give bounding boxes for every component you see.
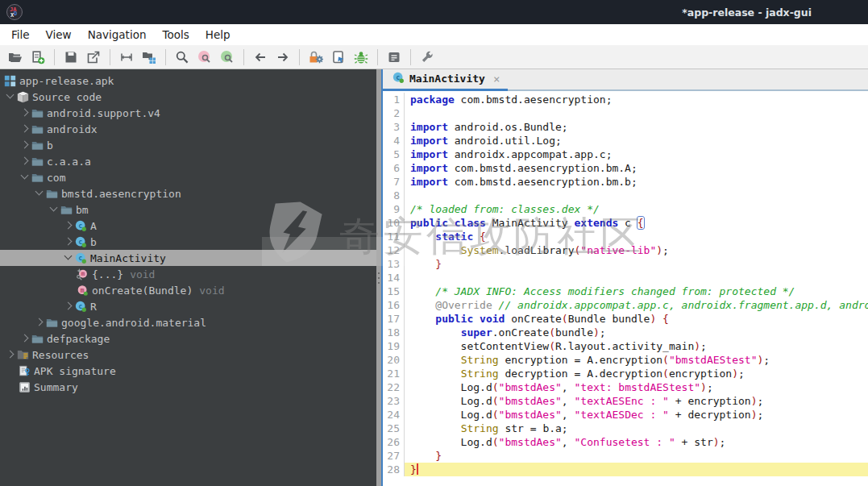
chevron-collapsed-icon[interactable] <box>3 348 16 361</box>
code-line[interactable]: 18 super.onCreate(bundle); <box>383 326 868 339</box>
jadx-logo-icon: JADX <box>6 4 23 20</box>
code-line[interactable]: 7import com.bmstd.aesencryption.bm.b; <box>383 175 868 189</box>
save-all-button[interactable] <box>60 48 81 67</box>
toolbar-separator <box>110 49 110 65</box>
tree-item-b[interactable]: b <box>0 137 376 153</box>
code-text: public void onCreate(Bundle bundle) { <box>405 312 868 326</box>
menu-file[interactable]: File <box>3 24 38 45</box>
menu-view[interactable]: View <box>38 24 80 45</box>
code-line[interactable]: 25 String str = b.a; <box>383 422 868 435</box>
chevron-collapsed-icon[interactable] <box>61 235 74 248</box>
code-line[interactable]: 13 } <box>383 257 868 271</box>
folder-icon <box>45 316 58 329</box>
chevron-collapsed-icon[interactable] <box>61 300 74 313</box>
code-line[interactable]: 14 <box>383 271 868 285</box>
toolbar-separator <box>165 49 166 65</box>
deobfuscation-button[interactable] <box>305 48 326 67</box>
menu-help[interactable]: Help <box>197 24 239 45</box>
code-line[interactable]: 27 } <box>383 449 868 463</box>
code-line[interactable]: 11 static { <box>383 230 868 243</box>
tree-item-bm[interactable]: bm <box>0 201 376 218</box>
code-line[interactable]: 26 Log.d("bmstdAes", "Confusetest : " + … <box>383 435 868 449</box>
tree-item-google-android-material[interactable]: google.android.material <box>0 314 376 330</box>
flatten-packages-button[interactable] <box>139 48 160 67</box>
tree-item-defpackage[interactable]: defpackage <box>0 330 376 347</box>
chevron-expanded-icon[interactable] <box>47 203 60 216</box>
code-line[interactable]: 20 String encryption = A.encryption("bms… <box>383 353 868 367</box>
inspector-button[interactable] <box>328 48 349 67</box>
tree-item-oncreate-bundle[interactable]: monCreate(Bundle)void <box>0 282 376 298</box>
line-number: 14 <box>383 271 405 285</box>
code-line[interactable]: 5import androidx.appcompat.app.c; <box>383 147 868 161</box>
tree-item-r[interactable]: cR <box>0 298 376 314</box>
preferences-button[interactable] <box>417 48 438 67</box>
chevron-collapsed-icon[interactable] <box>18 155 31 168</box>
code-line[interactable]: 8 <box>383 189 868 202</box>
code-line[interactable]: 12 System.loadLibrary("native-lib"); <box>383 243 868 257</box>
tree-item-c-a-a-a[interactable]: c.a.a.a <box>0 153 376 169</box>
chevron-expanded-icon[interactable] <box>61 251 74 264</box>
text-search-button[interactable] <box>172 48 193 67</box>
export-button[interactable] <box>83 48 104 67</box>
tree-item-bmstd-aesencryption[interactable]: bmstd.aesencryption <box>0 185 376 201</box>
comment-search-button[interactable] <box>217 48 238 67</box>
toolbar-separator <box>299 49 300 65</box>
code-line[interactable]: 15 /* JADX INFO: Access modifiers change… <box>383 285 868 298</box>
debugger-button[interactable] <box>351 48 372 67</box>
class-icon: c <box>74 219 87 232</box>
tree-item-app-release-apk[interactable]: app-release.apk <box>0 73 376 89</box>
tab-mainactivity[interactable]: c MainActivity × <box>383 68 508 89</box>
file-tree[interactable]: app-release.apkSource codeandroid.suppor… <box>0 69 376 486</box>
code-line[interactable]: 16 @Override // androidx.appcompat.app.c… <box>383 298 868 312</box>
tree-item-resources[interactable]: Resources <box>0 347 376 363</box>
code-line[interactable]: 22 Log.d("bmstdAes", "text: bmstdAEStest… <box>383 380 868 394</box>
code-line[interactable]: 10public class MainActivity extends c { <box>383 216 868 230</box>
code-text: public class MainActivity extends c { <box>405 216 868 230</box>
code-line[interactable]: 9/* loaded from: classes.dex */ <box>383 202 868 216</box>
code-line[interactable]: 17 public void onCreate(Bundle bundle) { <box>383 312 868 326</box>
tree-item-a[interactable]: cA <box>0 218 376 234</box>
log-viewer-button[interactable] <box>384 48 405 67</box>
tree-item-source-code[interactable]: Source code <box>0 89 376 105</box>
chevron-collapsed-icon[interactable] <box>18 332 31 345</box>
tree-item-summary[interactable]: Summary <box>0 379 376 395</box>
tree-item-b[interactable]: cb <box>0 234 376 250</box>
code-line[interactable]: 28} <box>383 463 868 476</box>
tree-item-android-support-v4[interactable]: android.support.v4 <box>0 105 376 121</box>
code-line[interactable]: 4import android.util.Log; <box>383 134 868 147</box>
add-files-button[interactable] <box>27 48 48 67</box>
chevron-collapsed-icon[interactable] <box>18 106 31 119</box>
open-files-button[interactable] <box>5 48 26 67</box>
tree-item-androidx[interactable]: androidx <box>0 121 376 137</box>
chevron-collapsed-icon[interactable] <box>61 219 74 232</box>
tree-item-com[interactable]: com <box>0 169 376 185</box>
code-line[interactable]: 2 <box>383 106 868 120</box>
tree-item-mainactivity[interactable]: cMainActivity <box>0 250 376 266</box>
chevron-expanded-icon[interactable] <box>32 187 45 200</box>
sync-button[interactable] <box>116 48 137 67</box>
code-line[interactable]: 3import android.os.Bundle; <box>383 120 868 134</box>
menu-navigation[interactable]: Navigation <box>80 24 155 45</box>
forward-button[interactable] <box>272 48 293 67</box>
chevron-collapsed-icon[interactable] <box>18 139 31 152</box>
chevron-collapsed-icon[interactable] <box>18 123 31 135</box>
back-button[interactable] <box>250 48 271 67</box>
code-line[interactable]: 6import com.bmstd.aesencryption.bm.A; <box>383 161 868 175</box>
chevron-expanded-icon[interactable] <box>18 171 31 184</box>
tree-item-apk-signature[interactable]: APK signature <box>0 363 376 379</box>
chevron-expanded-icon[interactable] <box>3 90 16 103</box>
menu-tools[interactable]: Tools <box>154 24 197 45</box>
code-editor[interactable]: 1package com.bmstd.aesencryption;23impor… <box>383 91 868 486</box>
chevron-collapsed-icon[interactable] <box>32 316 45 329</box>
code-line[interactable]: 19 setContentView(R.layout.activity_main… <box>383 339 868 353</box>
code-text: System.loadLibrary("native-lib"); <box>405 243 868 257</box>
close-icon[interactable]: × <box>493 73 500 85</box>
tree-item-[interactable]: m{...}void <box>0 266 376 282</box>
code-line[interactable]: 23 Log.d("bmstdAes", "textAESEnc : " + e… <box>383 394 868 408</box>
code-line[interactable]: 21 String decryption = A.decryption(encr… <box>383 367 868 380</box>
code-line[interactable]: 1package com.bmstd.aesencryption; <box>383 93 868 106</box>
line-number: 15 <box>383 285 405 298</box>
code-line[interactable]: 24 Log.d("bmstdAes", "textAESDec : " + d… <box>383 408 868 422</box>
code-text: } <box>405 257 868 271</box>
class-search-button[interactable] <box>194 48 215 67</box>
